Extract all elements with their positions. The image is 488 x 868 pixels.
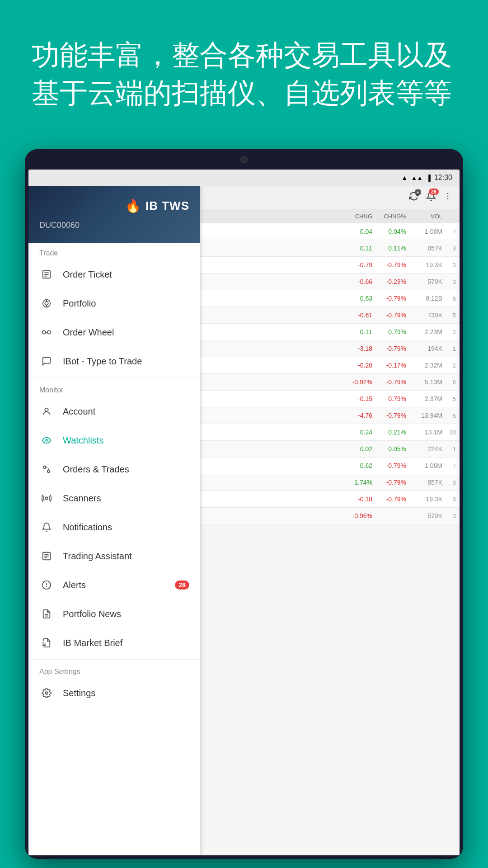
status-bar: ▲ ▲▲ ▐ 12:30	[28, 170, 460, 186]
extra-value: 6	[442, 379, 456, 386]
table-row[interactable]: 0.24 0.21% 13.1M 20	[200, 424, 460, 441]
table-row[interactable]: -0.61 -0.79% 730K 5	[200, 307, 460, 324]
refresh-button[interactable]: +	[409, 191, 419, 203]
extra-value: 5	[442, 412, 456, 419]
sidebar-item-account[interactable]: Account	[28, 397, 200, 426]
headline: 功能丰富，整合各种交易工具以及基于云端的扫描仪、自选列表等等	[32, 36, 456, 112]
table-row[interactable]: 1.74% -0.79% 857K 3	[200, 474, 460, 491]
chng-pct-value: -0.79%	[372, 412, 406, 419]
table-row[interactable]: -0.20 -0.17% 2.32M 2	[200, 357, 460, 374]
table-row[interactable]: -0.96% 570K 3	[200, 508, 460, 524]
sidebar: 🔥 IB TWS DUC00060 Trade Order Ticket	[28, 186, 200, 855]
chng-pct-value: -0.79%	[372, 462, 406, 469]
chng-pct-value: -0.23%	[372, 278, 406, 285]
table-row[interactable]: -0.66 -0.23% 570K 3	[200, 274, 460, 290]
notifications-icon	[39, 520, 54, 534]
sidebar-item-watchlists[interactable]: Watchlists	[28, 426, 200, 455]
chng-pct-value: -0.79%	[372, 495, 406, 503]
app-content: 🔥 IB TWS DUC00060 Trade Order Ticket	[28, 186, 460, 855]
portfolio-label: Portfolio	[63, 298, 189, 309]
sidebar-item-settings[interactable]: Settings	[28, 679, 200, 708]
sidebar-item-orders-trades[interactable]: Orders & Trades	[28, 455, 200, 484]
sidebar-item-trading-assistant[interactable]: Trading Assistant	[28, 542, 200, 571]
chng-value: -4.76	[341, 412, 372, 419]
table-row[interactable]: 0.11 0.11% 857K 3	[200, 240, 460, 257]
table-row[interactable]: -0.15 -0.79% 2.37M 5	[200, 391, 460, 407]
svg-point-29	[447, 195, 449, 197]
alerts-icon	[39, 578, 54, 592]
table-row[interactable]: -0.18 -0.79% 19.3K 3	[200, 491, 460, 508]
sidebar-item-ib-market-brief[interactable]: IB Market Brief	[28, 628, 200, 657]
wifi-icon: ▲	[401, 174, 408, 181]
ib-logo-text: IB TWS	[145, 199, 189, 213]
table-row[interactable]: 0.62 -0.79% 1.06M 7	[200, 458, 460, 474]
ibot-icon	[39, 354, 54, 368]
sidebar-item-ibot[interactable]: IBot - Type to Trade	[28, 347, 200, 376]
chng-value: -0.15	[341, 395, 372, 402]
section-divider-2	[28, 659, 200, 660]
extra-value: 7	[442, 462, 456, 469]
svg-point-12	[46, 439, 47, 441]
app-topbar: + 28	[200, 186, 460, 209]
svg-rect-8	[42, 330, 46, 334]
chng-value: 1.74%	[341, 479, 372, 486]
table-row[interactable]: 0.04 0.04% 1.06M 7	[200, 223, 460, 240]
scanners-label: Scanners	[63, 493, 189, 504]
ib-market-brief-icon	[39, 636, 54, 650]
portfolio-news-label: Portfolio News	[63, 609, 189, 619]
sidebar-item-alerts[interactable]: Alerts 28	[28, 571, 200, 599]
vol-value: 857K	[406, 479, 442, 486]
svg-point-27	[45, 692, 48, 694]
sidebar-logo: 🔥 IB TWS	[39, 198, 189, 213]
more-options-button[interactable]	[443, 192, 452, 203]
notification-badge: 28	[429, 189, 439, 195]
vol-value: 730K	[406, 311, 442, 319]
ib-market-brief-label: IB Market Brief	[63, 638, 189, 648]
extra-value: 20	[442, 429, 456, 436]
chng-value: 0.11	[341, 245, 372, 252]
sidebar-item-order-wheel[interactable]: Order Wheel	[28, 318, 200, 347]
table-row[interactable]: -4.76 -0.79% 13.94M 5	[200, 407, 460, 424]
vol-value: 857K	[406, 245, 442, 252]
vol-value: 19.3K	[406, 495, 442, 503]
chng-value: -0.20	[341, 362, 372, 369]
alerts-label: Alerts	[63, 580, 166, 590]
chng-value: 0.63	[341, 295, 372, 302]
chng-pct-value: 0.11%	[372, 245, 406, 252]
table-row[interactable]: -3.18 -0.79% 194K 1	[200, 340, 460, 357]
col-header-chng: CHNG	[341, 213, 372, 220]
sidebar-item-scanners[interactable]: Scanners	[28, 484, 200, 513]
vol-value: 1.06M	[406, 228, 442, 235]
sidebar-item-notifications[interactable]: Notifications	[28, 513, 200, 542]
extra-value: 1	[442, 345, 456, 352]
extra-value: 5	[442, 312, 456, 319]
extra-value: 8	[442, 295, 456, 302]
table-row[interactable]: -0.92% -0.79% 5.13M 6	[200, 374, 460, 391]
chng-value: 0.02	[341, 445, 372, 453]
watchlists-icon	[39, 433, 54, 448]
extra-value: 1	[442, 446, 456, 453]
tablet-camera	[240, 156, 248, 163]
table-row[interactable]: 0.02 0.05% 224K 1	[200, 441, 460, 458]
vol-value: 2.32M	[406, 362, 442, 369]
table-row[interactable]: 0.11 0.79% 2.23M 2	[200, 324, 460, 340]
ibot-label: IBot - Type to Trade	[63, 356, 189, 367]
vol-value: 8.12B	[406, 295, 442, 302]
extra-value: 3	[442, 479, 456, 486]
watchlists-label: Watchlists	[63, 435, 189, 446]
sidebar-item-order-ticket[interactable]: Order Ticket	[28, 260, 200, 289]
table-row[interactable]: -0.79 -0.79% 19.3K 3	[200, 257, 460, 274]
chng-value: 0.11	[341, 328, 372, 335]
vol-value: 194K	[406, 345, 442, 352]
col-header-chng-pct: CHNG%	[372, 213, 406, 220]
settings-icon	[39, 686, 54, 700]
order-wheel-icon	[39, 325, 54, 340]
sidebar-item-portfolio[interactable]: Portfolio	[28, 289, 200, 318]
account-icon	[39, 404, 54, 419]
extra-value: 3	[442, 513, 456, 519]
table-row[interactable]: 0.63 -0.79% 8.12B 8	[200, 290, 460, 307]
notification-bell-button[interactable]: 28	[426, 191, 436, 204]
order-ticket-icon	[39, 267, 54, 282]
sidebar-item-portfolio-news[interactable]: Portfolio News	[28, 599, 200, 628]
chng-pct-value: -0.79%	[372, 261, 406, 269]
